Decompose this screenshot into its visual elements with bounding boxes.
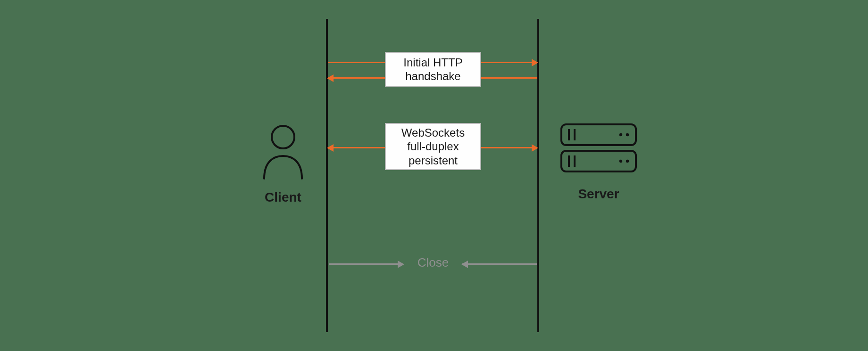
svg-point-9 — [619, 160, 622, 163]
handshake-box: Initial HTTP handshake — [385, 52, 481, 87]
svg-rect-1 — [561, 124, 636, 145]
websocket-sequence-diagram: Client Server Initial HTTP handshake — [0, 0, 868, 351]
websocket-box: WebSockets full-duplex persistent — [385, 123, 481, 170]
websocket-text: WebSockets full-duplex persistent — [401, 126, 465, 167]
svg-point-0 — [272, 126, 294, 148]
close-from-server-arrow — [462, 263, 537, 265]
handshake-text: Initial HTTP handshake — [403, 56, 462, 83]
client-label: Client — [255, 190, 311, 205]
svg-point-4 — [619, 133, 622, 136]
close-from-client-arrow — [329, 263, 403, 265]
server-label: Server — [554, 187, 643, 202]
server-icon — [559, 120, 639, 176]
svg-point-5 — [626, 133, 629, 136]
client-lifeline — [326, 19, 328, 332]
svg-rect-6 — [561, 151, 636, 171]
svg-point-10 — [626, 160, 629, 163]
client-actor: Client — [255, 123, 311, 205]
close-label: Close — [409, 255, 458, 270]
user-icon — [259, 123, 307, 180]
server-actor: Server — [554, 120, 643, 202]
